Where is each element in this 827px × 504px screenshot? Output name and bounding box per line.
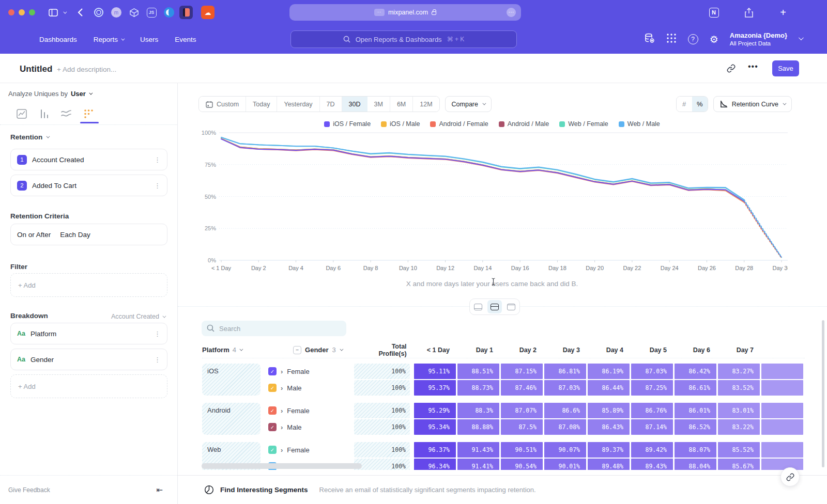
number-format-button[interactable]: # <box>677 97 692 112</box>
report-title[interactable]: Untitled <box>20 64 52 74</box>
platform-cell[interactable]: iOS <box>202 364 261 396</box>
retention-value-cell[interactable]: 95.29% <box>414 403 456 418</box>
target-icon[interactable] <box>92 6 105 19</box>
more-actions-icon[interactable]: ••• <box>748 62 758 71</box>
chevron-down-icon[interactable] <box>60 6 68 19</box>
platform-column-header[interactable]: Platform4 <box>202 346 279 354</box>
retention-value-cell[interactable]: 86.81% <box>544 364 586 379</box>
breakdown-card-gender[interactable]: Aa Gender ⋮ <box>10 349 167 370</box>
retention-value-cell[interactable] <box>761 364 803 379</box>
legend-item-ios---female[interactable]: iOS / Female <box>324 120 371 128</box>
avatar-m-icon[interactable]: m <box>110 6 123 19</box>
horizontal-scrollbar[interactable] <box>202 463 362 469</box>
cloud-extension-icon[interactable]: ☁ <box>201 6 215 19</box>
retention-value-cell[interactable]: 91.43% <box>457 442 499 458</box>
retention-value-cell[interactable]: 87.03% <box>544 380 586 396</box>
retention-value-cell[interactable]: 86.43% <box>588 419 630 435</box>
compare-button[interactable]: Compare <box>445 96 492 112</box>
table-search-input[interactable] <box>202 321 346 336</box>
tab-retention[interactable] <box>82 107 95 120</box>
legend-item-web---male[interactable]: Web / Male <box>619 120 660 128</box>
kebab-menu-icon[interactable]: ⋮ <box>154 330 161 338</box>
platform-cell[interactable]: Android <box>202 403 261 435</box>
range-yesterday[interactable]: Yesterday <box>277 97 319 112</box>
address-bar[interactable]: ·· mixpanel.com ⋯ <box>289 4 521 21</box>
add-breakdown-button[interactable]: + Add <box>10 374 167 398</box>
series-checkbox-icon[interactable]: ✓ <box>268 446 277 454</box>
retention-value-cell[interactable] <box>761 442 803 458</box>
retention-value-cell[interactable]: 89.37% <box>588 442 630 458</box>
expand-row-icon[interactable]: › <box>281 446 283 454</box>
retention-value-cell[interactable]: 86.52% <box>675 419 716 435</box>
tab-funnels[interactable] <box>38 107 50 120</box>
retention-section-header[interactable]: Retention <box>10 133 49 141</box>
day-column-header[interactable]: Day 2 <box>501 346 543 354</box>
retention-value-cell[interactable]: 88.04% <box>675 459 716 470</box>
retention-chart[interactable]: 0%25%50%75%100%< 1 DayDay 2Day 4Day 6Day… <box>198 129 788 277</box>
retention-value-cell[interactable]: 86.42% <box>675 364 716 379</box>
series-checkbox-icon[interactable]: ✓ <box>268 406 277 415</box>
day-column-header[interactable]: Day 1 <box>457 346 499 354</box>
day-column-header[interactable] <box>761 346 803 354</box>
layout-chart-only-button[interactable] <box>471 300 485 313</box>
retention-value-cell[interactable]: 96.37% <box>414 442 456 458</box>
apps-grid-icon[interactable] <box>666 33 677 45</box>
day-column-header[interactable]: Day 3 <box>544 346 586 354</box>
expand-row-icon[interactable]: › <box>281 368 283 375</box>
retention-value-cell[interactable]: 90.51% <box>501 442 543 458</box>
range-custom[interactable]: Custom <box>199 97 246 112</box>
retention-value-cell[interactable]: 89.42% <box>631 442 673 458</box>
retention-value-cell[interactable] <box>761 380 803 396</box>
new-tab-icon[interactable]: + <box>776 6 790 19</box>
criteria-interval[interactable]: Each Day <box>60 231 90 239</box>
series-checkbox-icon[interactable]: ✓ <box>268 384 277 392</box>
retention-value-cell[interactable]: 86.44% <box>588 380 630 396</box>
retention-criteria-card[interactable]: On or After Each Day <box>10 224 167 245</box>
retention-value-cell[interactable]: 86.19% <box>588 364 630 379</box>
help-icon[interactable]: ? <box>688 34 698 44</box>
layout-table-only-button[interactable] <box>504 300 518 313</box>
notion-icon[interactable]: N <box>707 6 721 19</box>
nav-link-reports[interactable]: Reports <box>94 36 124 43</box>
series-checkbox-icon[interactable]: ✓ <box>268 367 277 375</box>
range-today[interactable]: Today <box>246 97 277 112</box>
panel-extension-icon[interactable] <box>179 6 193 19</box>
add-filter-button[interactable]: + Add <box>10 273 167 297</box>
retention-value-cell[interactable]: 83.01% <box>718 403 760 418</box>
share-icon[interactable] <box>742 6 756 19</box>
close-window-icon[interactable] <box>8 9 14 15</box>
legend-item-web---female[interactable]: Web / Female <box>559 120 608 128</box>
retention-value-cell[interactable]: 87.46% <box>501 380 543 396</box>
retention-value-cell[interactable]: 87.03% <box>631 364 673 379</box>
retention-value-cell[interactable]: 87.25% <box>631 380 673 396</box>
sidebar-toggle-icon[interactable] <box>47 6 60 19</box>
analyze-value-dropdown[interactable]: User <box>71 90 91 98</box>
layout-split-button[interactable] <box>487 300 502 313</box>
retention-value-cell[interactable]: 83.27% <box>718 364 760 379</box>
report-description-placeholder[interactable]: + Add description... <box>57 66 116 73</box>
gender-column-header[interactable]: – Gender3 <box>293 346 362 354</box>
settings-gear-icon[interactable]: ⚙ <box>710 34 718 45</box>
retention-value-cell[interactable]: 86.6% <box>544 403 586 418</box>
retention-value-cell[interactable]: 90.01% <box>544 459 586 470</box>
retention-value-cell[interactable]: 88.88% <box>457 419 499 435</box>
retention-value-cell[interactable]: 86.76% <box>631 403 673 418</box>
address-more-icon[interactable]: ⋯ <box>507 8 516 17</box>
retention-value-cell[interactable]: 85.89% <box>588 403 630 418</box>
retention-value-cell[interactable]: 86.61% <box>675 380 716 396</box>
retention-value-cell[interactable]: 85.67% <box>718 459 760 470</box>
legend-item-ios---male[interactable]: iOS / Male <box>381 120 420 128</box>
day-column-header[interactable]: < 1 Day <box>414 346 456 354</box>
expand-row-icon[interactable]: › <box>281 384 283 392</box>
day-column-header[interactable]: Day 4 <box>588 346 630 354</box>
cube-icon[interactable] <box>127 6 141 19</box>
back-icon[interactable] <box>73 6 87 19</box>
expand-row-icon[interactable]: › <box>281 423 283 431</box>
retention-value-cell[interactable]: 85.52% <box>718 442 760 458</box>
global-search[interactable]: Open Reports & Dashboards ⌘ + K <box>290 30 517 48</box>
range-12m[interactable]: 12M <box>413 97 439 112</box>
retention-value-cell[interactable]: 86.01% <box>675 403 716 418</box>
retention-value-cell[interactable]: 96.34% <box>414 459 456 470</box>
retention-value-cell[interactable]: 95.11% <box>414 364 456 379</box>
retention-value-cell[interactable]: 83.22% <box>718 419 760 435</box>
